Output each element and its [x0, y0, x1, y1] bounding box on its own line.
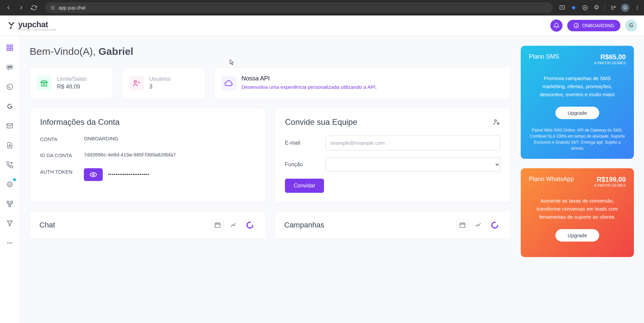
- chat-chart-card: Chat: [30, 211, 266, 239]
- svg-point-27: [134, 80, 137, 83]
- svg-rect-31: [215, 223, 220, 227]
- extensions-icon[interactable]: [593, 4, 600, 11]
- donut-chart-icon: [246, 221, 254, 229]
- email-label: E-mail: [285, 140, 319, 146]
- team-settings-button[interactable]: [492, 118, 500, 126]
- sidebar-item-whatsapp[interactable]: [4, 81, 15, 92]
- line-chart-icon: [230, 221, 237, 229]
- notifications-button[interactable]: [550, 20, 562, 32]
- auth-token-value: ••••••••••••••••••••••: [108, 172, 149, 177]
- svg-rect-33: [460, 223, 465, 227]
- cloud-icon: [221, 76, 236, 91]
- sidebar-item-dashboard[interactable]: [4, 42, 15, 53]
- browser-toolbar: app.yup.chat G: [0, 0, 644, 15]
- browser-back-button[interactable]: [3, 3, 13, 13]
- role-select[interactable]: [325, 157, 500, 172]
- sidebar-item-bot[interactable]: [4, 179, 15, 190]
- svg-point-5: [637, 7, 638, 8]
- users-card[interactable]: Usuários 3: [122, 67, 205, 99]
- plan-wa-upgrade-button[interactable]: Upgrade: [555, 229, 599, 242]
- flow-icon: [6, 200, 13, 208]
- email-input[interactable]: [325, 136, 500, 150]
- sidebar-item-email[interactable]: [4, 120, 15, 131]
- users-icon: [129, 76, 144, 91]
- plan-sms-upgrade-button[interactable]: Upgrade: [555, 107, 599, 119]
- bell-icon: [553, 23, 559, 29]
- brand-subtitle: BUSINESS COMMUNICATIONS: [18, 29, 57, 31]
- auth-token-label: AUTH TOKEN: [40, 168, 84, 176]
- svg-point-29: [494, 120, 496, 122]
- sidebar-item-contacts[interactable]: [4, 140, 15, 151]
- role-label: Função: [285, 162, 319, 168]
- invite-button[interactable]: Convidar: [285, 179, 324, 193]
- chat-donut-chart-button[interactable]: [244, 219, 256, 231]
- svg-point-24: [7, 242, 8, 243]
- svg-point-19: [8, 184, 9, 184]
- sidebar-item-filter[interactable]: [4, 218, 15, 229]
- browser-profile-avatar[interactable]: G: [621, 4, 629, 12]
- svg-point-20: [10, 184, 11, 184]
- browser-forward-button[interactable]: [16, 3, 26, 13]
- plan-wa-price: R$199,00: [594, 176, 626, 183]
- browser-reload-button[interactable]: [29, 3, 39, 13]
- svg-point-26: [11, 242, 12, 243]
- account-value: ONBOARDING: [84, 136, 119, 141]
- account-info-title: Informações da Conta: [40, 117, 255, 127]
- calendar-icon: [459, 222, 466, 228]
- sidebar-item-more[interactable]: [4, 238, 15, 248]
- svg-rect-10: [7, 48, 9, 50]
- account-label: CONTA: [40, 136, 84, 143]
- plan-sms-name: Plano SMS: [529, 53, 559, 60]
- onboarding-pill[interactable]: ONBOARDING: [567, 20, 620, 31]
- svg-point-6: [637, 9, 638, 10]
- chat-calendar-button[interactable]: [212, 219, 224, 231]
- sidebar-item-sms[interactable]: SMS: [4, 62, 15, 73]
- install-app-icon[interactable]: [559, 4, 566, 11]
- chat-line-chart-button[interactable]: [228, 219, 240, 231]
- calendar-icon: [214, 222, 221, 228]
- whatsapp-icon: [6, 83, 13, 91]
- user-gear-icon: [492, 118, 500, 126]
- campaigns-line-chart-button[interactable]: [473, 219, 485, 231]
- sms-icon: SMS: [6, 64, 13, 71]
- new-tab-icon[interactable]: [582, 4, 588, 11]
- account-info-card: Informações da Conta CONTA ONBOARDING ID…: [30, 108, 266, 203]
- brand-logo[interactable]: yupchat BUSINESS COMMUNICATIONS: [7, 20, 57, 31]
- browser-menu-icon[interactable]: [634, 4, 641, 11]
- onboarding-label: ONBOARDING: [582, 23, 614, 28]
- api-card[interactable]: Nossa API Desenvolva uma experiência per…: [214, 67, 511, 99]
- svg-rect-23: [9, 205, 11, 207]
- users-label: Usuários: [149, 76, 170, 82]
- plan-whatsapp-card: Plano WhatsApp R$199,00 A PARTIR DE/MÊS …: [521, 168, 634, 257]
- campaigns-donut-chart-button[interactable]: [489, 219, 501, 231]
- site-settings-icon[interactable]: [50, 5, 55, 10]
- balance-card[interactable]: Limite/Saldo R$ 48,09: [30, 67, 113, 99]
- plan-sms-per: A PARTIR DE/MÊS: [594, 61, 626, 65]
- svg-point-25: [9, 242, 10, 243]
- sidebar-item-calls[interactable]: [4, 159, 15, 170]
- svg-point-4: [637, 5, 638, 6]
- reveal-token-button[interactable]: [84, 168, 103, 181]
- dashboard-icon: [6, 44, 13, 51]
- svg-point-14: [7, 84, 12, 90]
- google-icon: [6, 103, 13, 110]
- svg-point-16: [9, 145, 10, 146]
- user-avatar[interactable]: G: [625, 20, 637, 32]
- sidebar-item-flow[interactable]: [4, 199, 15, 209]
- media-control-icon[interactable]: [610, 4, 616, 11]
- svg-rect-8: [7, 45, 9, 47]
- browser-url-bar[interactable]: app.yup.chat: [45, 2, 553, 13]
- phone-icon: [6, 161, 13, 169]
- sidebar-item-google[interactable]: [4, 101, 15, 112]
- svg-point-28: [92, 174, 94, 176]
- campaigns-chart-title: Campanhas: [284, 221, 324, 229]
- status-dot-icon: [13, 178, 16, 181]
- account-id-value: 7dd3996c-4e8d-419a-985f-f369a826bfa7: [84, 152, 176, 157]
- svg-rect-21: [7, 201, 9, 203]
- campaigns-calendar-button[interactable]: [456, 219, 469, 231]
- account-id-label: ID DA CONTA: [40, 152, 84, 159]
- eye-icon: [90, 171, 97, 178]
- bookmark-star-icon[interactable]: [570, 4, 577, 11]
- plan-sms-card: Plano SMS R$65,00 A PARTIR DE/MÊS Promov…: [521, 46, 634, 159]
- filter-icon: [6, 220, 13, 227]
